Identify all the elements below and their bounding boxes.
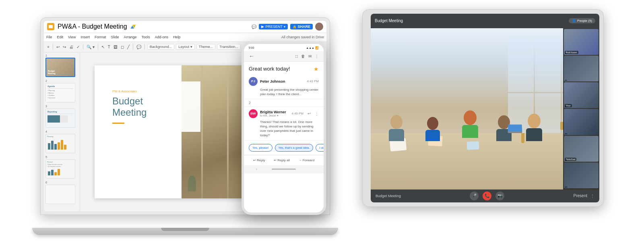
slide-img-6[interactable] <box>45 185 75 204</box>
people-badge[interactable]: 👤 People (5) <box>569 18 595 23</box>
menu-arrange[interactable]: Arrange <box>124 35 136 39</box>
more-options-icon[interactable]: ⋮ <box>590 194 594 198</box>
text-btn[interactable]: T <box>107 44 111 50</box>
zoom-btn[interactable]: 🔍 ▾ <box>86 44 95 50</box>
smart-reply-3[interactable]: I don't think so. <box>316 144 326 152</box>
more-icon[interactable]: ⋮ <box>315 54 319 58</box>
chat-icon[interactable]: 💬 <box>252 25 256 29</box>
background-btn[interactable]: Background... <box>147 44 175 50</box>
cursor-btn[interactable]: ↖ <box>101 44 105 50</box>
menu-view[interactable]: View <box>68 35 76 39</box>
smart-reply-1[interactable]: Yes, please! <box>249 144 272 152</box>
phone-time: 9:00 <box>249 46 254 49</box>
top-right-buttons: 💬 ▶ PRESENT ▾ 🔒 SHARE <box>252 23 323 31</box>
menu-slide[interactable]: Slide <box>111 35 119 39</box>
menu-insert[interactable]: Insert <box>80 35 90 39</box>
home-indicator[interactable] <box>272 169 296 170</box>
end-call-btn[interactable]: 📞 <box>483 192 491 200</box>
spell-btn[interactable]: ✓ <box>76 44 80 50</box>
slide-thumb-3[interactable]: 3 Reporting <box>45 105 78 128</box>
meet-thumb-1[interactable]: Brett Kasten <box>564 29 599 55</box>
slide-thumb-2[interactable]: 2 Agenda • Planning • Metrics • Timeline… <box>45 79 78 102</box>
thumb5-title: Finance <box>47 161 74 163</box>
menu-file[interactable]: File <box>46 35 52 39</box>
thumb2-item1: • Planning <box>47 90 73 92</box>
share-button[interactable]: 🔒 SHARE <box>290 24 313 29</box>
slide-img-3[interactable]: Reporting <box>45 108 75 128</box>
user-avatar[interactable] <box>315 23 323 31</box>
mic-control-btn[interactable]: 🎤 <box>470 192 479 200</box>
nav-back[interactable]: ‹ <box>256 167 257 171</box>
thumb5-text1: • Budget allocation summary <box>47 164 74 165</box>
slide-img-1[interactable]: BudgetMeeting <box>45 58 75 77</box>
transition-btn[interactable]: Transition... <box>217 44 241 50</box>
bar-a <box>48 171 50 175</box>
slide-thumb-6[interactable]: 6 <box>45 181 78 204</box>
slide-img-2[interactable]: Agenda • Planning • Metrics • Timeline •… <box>45 83 75 102</box>
layout-btn[interactable]: Layout ▾ <box>176 44 195 50</box>
people-count: People (5) <box>577 19 592 23</box>
meet-header: Budget Meeting 👤 People (5) <box>371 14 599 28</box>
sender-name-1: Peter Johnson <box>260 79 285 83</box>
present-label[interactable]: Present <box>574 194 587 198</box>
bar2 <box>51 141 54 150</box>
line-btn[interactable]: ╱ <box>126 44 130 50</box>
slides-panel[interactable]: 1 BudgetMeeting 2 <box>44 52 80 211</box>
laptop-on-table <box>508 124 522 133</box>
image-btn[interactable]: 🖼 <box>113 44 118 50</box>
bar-c <box>54 172 57 175</box>
more-icon-msg2[interactable]: ⋮ <box>315 111 319 116</box>
meet-thumb-5[interactable]: Tonia East <box>564 136 599 162</box>
shape-btn[interactable]: ◻ <box>120 44 125 50</box>
thumb3-bar <box>47 115 68 123</box>
reply-icon-msg2[interactable]: ↩ <box>308 111 311 116</box>
undo-btn[interactable]: ↩ <box>56 44 60 50</box>
forward-btn[interactable]: → Forward <box>299 158 315 162</box>
slide-num-2: 2 <box>45 79 78 82</box>
theme-btn[interactable]: Theme... <box>196 44 216 50</box>
head-1 <box>390 115 402 129</box>
present-button[interactable]: ▶ PRESENT ▾ <box>259 24 288 29</box>
reply-btn[interactable]: ↩ Reply <box>253 158 265 162</box>
camera-control-btn[interactable]: 📷 <box>495 192 504 200</box>
slide-thumb-1[interactable]: 1 BudgetMeeting <box>45 54 78 77</box>
star-icon[interactable]: ★ <box>314 66 319 72</box>
thread-count-num: 2 <box>249 101 251 105</box>
slide-img-4[interactable]: Planning <box>45 134 75 153</box>
meet-side-panel: Brett Kasten Shari <box>563 28 599 190</box>
slide-thumb-4[interactable]: 4 Planning <box>45 130 78 153</box>
back-arrow-icon[interactable]: ← <box>249 53 254 59</box>
archive-icon[interactable]: □ <box>295 54 298 58</box>
add-btn[interactable]: + <box>46 44 50 50</box>
phone-nav-bar[interactable]: ← □ 🗑 ✉ ⋮ <box>244 51 324 62</box>
comment-btn[interactable]: 💬 <box>136 44 142 50</box>
divider2 <box>83 44 83 50</box>
redo-btn[interactable]: ↪ <box>62 44 67 50</box>
meet-thumb-3[interactable]: Shari <box>564 82 599 108</box>
slide-img-5[interactable]: Finance • Budget allocation summary • Q4… <box>45 159 75 179</box>
slide-title: Budget Meeting <box>112 96 191 119</box>
thumb3-content: Reporting <box>46 109 75 127</box>
person-2 <box>425 117 440 141</box>
menu-edit[interactable]: Edit <box>57 35 64 39</box>
smart-reply-2[interactable]: Yes, that's a great idea. <box>275 144 314 152</box>
menu-help[interactable]: Help <box>173 35 181 39</box>
menu-format[interactable]: Format <box>95 35 106 39</box>
reply-all-btn[interactable]: ↩ Reply all <box>274 158 290 162</box>
thread-count: 2 <box>244 99 324 107</box>
paper3 <box>467 141 479 150</box>
mail-icon[interactable]: ✉ <box>308 54 312 58</box>
slide-thumb-5[interactable]: 5 Finance • Budget allocation summary • … <box>45 156 78 179</box>
print-btn[interactable]: 🖨 <box>68 44 74 50</box>
sender-time-2: 4:49 PM <box>291 112 303 115</box>
meet-thumb-2[interactable] <box>564 56 599 81</box>
menu-addons[interactable]: Add-ons <box>155 35 168 39</box>
thumb4-bars <box>47 139 74 150</box>
divider3 <box>98 44 98 50</box>
meet-thumb-6[interactable] <box>564 162 599 188</box>
menu-tools[interactable]: Tools <box>141 35 150 39</box>
title-line2: Meeting <box>112 107 147 118</box>
meet-bottom-right-btns: Present ⋮ <box>574 194 594 198</box>
meet-thumb-4[interactable] <box>564 109 599 135</box>
delete-icon[interactable]: 🗑 <box>301 54 305 58</box>
